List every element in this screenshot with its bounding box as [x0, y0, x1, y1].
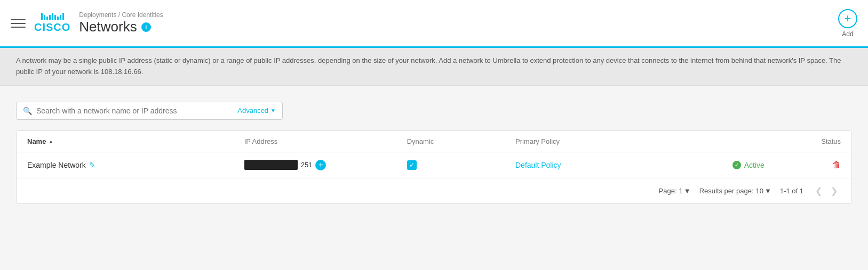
col-dynamic: Dynamic	[407, 137, 515, 145]
table-header: Name ▲ IP Address Dynamic Primary Policy…	[17, 131, 851, 152]
search-box-container: 🔍 Advanced ▼	[16, 102, 283, 120]
page-chevron-icon: ▼	[684, 187, 691, 195]
cell-name: Example Network ✎	[27, 161, 244, 169]
breadcrumb-title-area: Deployments / Core Identities Networks i	[79, 11, 163, 35]
cell-dynamic: ✓	[407, 160, 515, 170]
search-input[interactable]	[36, 107, 233, 115]
page-label: Page:	[659, 187, 677, 195]
pagination-row: Page: 1 ▼ Results per page: 10 ▼ 1-1 of …	[17, 178, 851, 203]
advanced-label: Advanced	[237, 107, 268, 114]
next-page-button[interactable]: ❯	[827, 185, 841, 197]
info-bar: A network may be a single public IP addr…	[0, 48, 868, 86]
hamburger-menu[interactable]	[11, 16, 26, 31]
ip-suffix: 251	[301, 161, 313, 169]
col-status: Status	[732, 137, 841, 145]
page-dropdown[interactable]: 1 ▼	[679, 187, 691, 195]
info-badge[interactable]: i	[141, 22, 151, 32]
info-bar-text: A network may be a single public IP addr…	[16, 56, 841, 76]
status-active: ✓ Active	[732, 161, 765, 169]
add-circle-icon: +	[838, 9, 857, 28]
results-label: Results per page:	[699, 187, 754, 195]
results-dropdown[interactable]: 10 ▼	[756, 187, 771, 195]
results-value: 10	[756, 187, 763, 195]
edit-icon[interactable]: ✎	[89, 161, 95, 169]
delete-icon[interactable]: 🗑	[832, 160, 841, 170]
cell-ip: 251 +	[244, 160, 407, 170]
col-ip-label: IP Address	[244, 137, 278, 145]
results-per-page-control: Results per page: 10 ▼	[699, 187, 771, 195]
app-header: CISCO Deployments / Core Identities Netw…	[0, 0, 868, 48]
search-row: 🔍 Advanced ▼	[16, 102, 852, 120]
status-dot-icon: ✓	[732, 161, 741, 169]
chevron-down-icon: ▼	[270, 108, 276, 113]
page-title: Networks	[79, 19, 137, 35]
table-row: Example Network ✎ 251 + ✓ Default Policy…	[17, 152, 851, 178]
col-policy-label: Primary Policy	[515, 137, 560, 145]
page-control: Page: 1 ▼	[659, 187, 691, 195]
col-dynamic-label: Dynamic	[407, 137, 434, 145]
networks-table: Name ▲ IP Address Dynamic Primary Policy…	[16, 130, 852, 204]
add-label: Add	[842, 30, 853, 38]
cell-policy: Default Policy	[515, 161, 732, 169]
add-button[interactable]: + Add	[838, 9, 857, 38]
search-icon: 🔍	[23, 107, 32, 115]
page-navigation: ❮ ❯	[812, 185, 841, 197]
network-name: Example Network	[27, 161, 86, 169]
status-label: Active	[744, 161, 765, 169]
dynamic-checkbox-icon[interactable]: ✓	[407, 160, 417, 170]
prev-page-button[interactable]: ❮	[812, 185, 825, 197]
cisco-wordmark-text: CISCO	[34, 21, 70, 34]
cisco-bars-graphic	[41, 13, 64, 20]
cell-status: ✓ Active 🗑	[732, 160, 841, 170]
col-name-label: Name	[27, 137, 46, 145]
page-range-label: 1-1 of 1	[780, 187, 803, 195]
add-ip-icon[interactable]: +	[315, 160, 326, 170]
page-title-row: Networks i	[79, 19, 163, 35]
advanced-link[interactable]: Advanced ▼	[237, 107, 276, 114]
col-ip-address: IP Address	[244, 137, 407, 145]
col-status-label: Status	[821, 137, 841, 145]
col-primary-policy: Primary Policy	[515, 137, 732, 145]
breadcrumb: Deployments / Core Identities	[79, 11, 163, 19]
header-left: CISCO Deployments / Core Identities Netw…	[11, 11, 163, 35]
results-chevron-icon: ▼	[765, 187, 771, 195]
policy-link[interactable]: Default Policy	[515, 161, 561, 169]
col-name: Name ▲	[27, 137, 244, 145]
cisco-logo: CISCO	[34, 13, 70, 34]
page-value: 1	[679, 187, 683, 195]
main-content: 🔍 Advanced ▼ Name ▲ IP Address Dynamic P…	[0, 86, 868, 246]
ip-redacted-block	[244, 160, 298, 170]
sort-arrow-icon: ▲	[48, 138, 53, 144]
